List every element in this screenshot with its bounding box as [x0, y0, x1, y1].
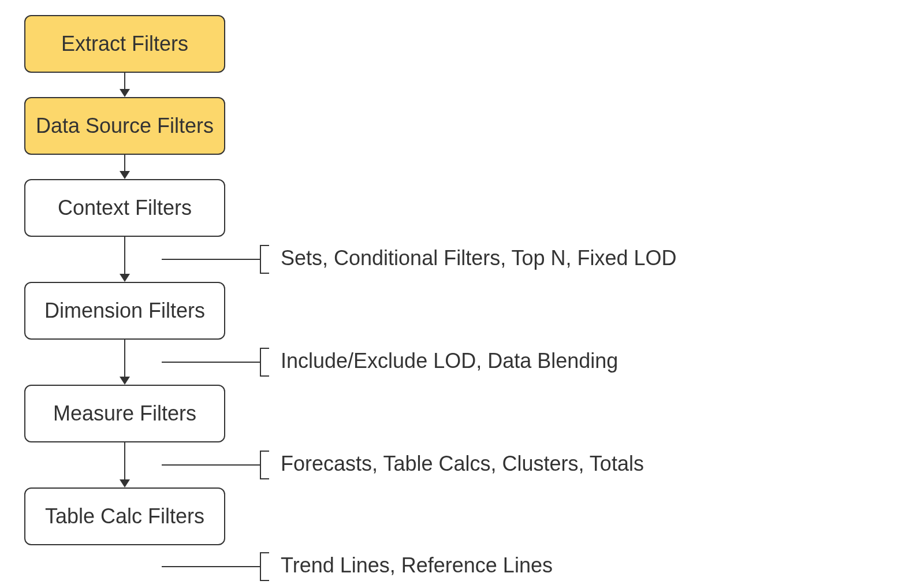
- connector-line: [162, 259, 260, 260]
- bracket-icon: [260, 348, 269, 377]
- connector-line: [162, 464, 260, 466]
- node-context-filters: Context Filters: [24, 179, 225, 237]
- node-dimension-filters: Dimension Filters: [24, 282, 225, 340]
- connector-line: [162, 566, 260, 567]
- bracket-icon: [260, 451, 269, 479]
- node-measure-filters: Measure Filters: [24, 385, 225, 442]
- node-label: Context Filters: [58, 196, 192, 220]
- node-label: Table Calc Filters: [45, 504, 204, 529]
- node-label: Data Source Filters: [36, 114, 214, 138]
- bracket-icon: [260, 245, 269, 274]
- node-extract-filters: Extract Filters: [24, 15, 225, 73]
- annotation-trend-lines: Trend Lines, Reference Lines: [281, 553, 553, 578]
- node-label: Dimension Filters: [44, 299, 205, 323]
- order-of-operations-diagram: { "diagram": { "title": "Tableau Order o…: [0, 0, 924, 588]
- connector-line: [162, 362, 260, 363]
- node-label: Measure Filters: [53, 401, 196, 426]
- node-data-source-filters: Data Source Filters: [24, 97, 225, 155]
- annotation-sets-conditional: Sets, Conditional Filters, Top N, Fixed …: [281, 246, 677, 270]
- annotation-include-exclude: Include/Exclude LOD, Data Blending: [281, 349, 618, 373]
- node-label: Extract Filters: [61, 32, 188, 56]
- node-table-calc-filters: Table Calc Filters: [24, 487, 225, 545]
- bracket-icon: [260, 552, 269, 581]
- annotation-forecasts: Forecasts, Table Calcs, Clusters, Totals: [281, 452, 644, 476]
